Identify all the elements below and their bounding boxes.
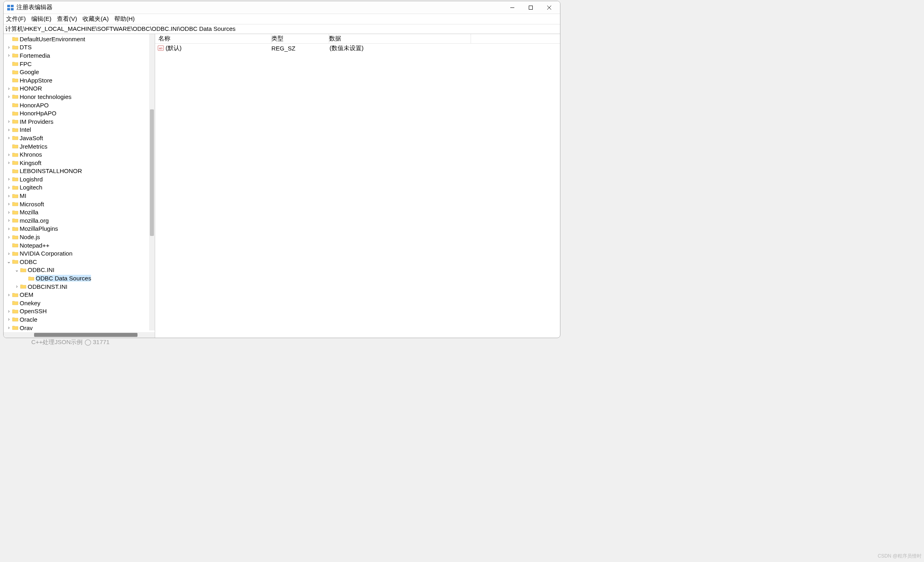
tree-item[interactable]: ›Node.js bbox=[4, 233, 155, 241]
tree-item[interactable]: ⌄ODBC bbox=[4, 258, 155, 266]
tree-item-label: Node.js bbox=[20, 234, 40, 240]
tree-item[interactable]: ›MI bbox=[4, 191, 155, 200]
expander-icon[interactable]: › bbox=[6, 325, 12, 330]
tree-item[interactable]: LEBOINSTALLHONOR bbox=[4, 167, 155, 175]
horizontal-scrollbar-thumb[interactable] bbox=[34, 333, 137, 337]
minimize-button[interactable] bbox=[503, 2, 522, 14]
expander-icon[interactable]: › bbox=[6, 176, 12, 182]
address-bar[interactable]: 计算机\HKEY_LOCAL_MACHINE\SOFTWARE\ODBC\ODB… bbox=[4, 24, 560, 34]
registry-tree[interactable]: DefaultUserEnvironment›DTS›FortemediaFPC… bbox=[4, 34, 155, 332]
address-text: 计算机\HKEY_LOCAL_MACHINE\SOFTWARE\ODBC\ODB… bbox=[5, 25, 236, 32]
tree-item[interactable]: Onekey bbox=[4, 299, 155, 307]
expander-icon[interactable]: › bbox=[6, 185, 12, 190]
menu-view[interactable]: 查看(V) bbox=[57, 15, 77, 23]
column-name[interactable]: 名称 bbox=[155, 34, 271, 43]
tree-item[interactable]: ›Logishrd bbox=[4, 175, 155, 183]
column-type[interactable]: 类型 bbox=[271, 34, 329, 43]
expander-icon[interactable]: › bbox=[6, 201, 12, 207]
expander-icon[interactable]: › bbox=[6, 52, 12, 58]
tree-item[interactable]: ›NVIDIA Corporation bbox=[4, 249, 155, 258]
values-rows[interactable]: ab(默认)REG_SZ(数值未设置) bbox=[155, 44, 560, 52]
tree-item[interactable]: ›Kingsoft bbox=[4, 159, 155, 167]
expander-icon[interactable]: › bbox=[6, 127, 12, 133]
tree-item-label: Khronos bbox=[20, 151, 42, 158]
expander-icon[interactable]: › bbox=[6, 193, 12, 199]
tree-item[interactable]: JreMetrics bbox=[4, 142, 155, 151]
folder-icon bbox=[12, 36, 18, 42]
expander-icon[interactable]: › bbox=[6, 152, 12, 157]
folder-icon bbox=[12, 102, 18, 108]
value-data: (数值未设置) bbox=[330, 44, 560, 52]
folder-icon bbox=[12, 86, 18, 91]
expander-icon[interactable]: › bbox=[6, 44, 12, 50]
menu-file[interactable]: 文件(F) bbox=[6, 15, 26, 23]
column-data[interactable]: 数据 bbox=[329, 34, 560, 43]
tree-item[interactable]: ›OpenSSH bbox=[4, 307, 155, 316]
vertical-scrollbar[interactable] bbox=[149, 34, 155, 330]
tree-item[interactable]: DefaultUserEnvironment bbox=[4, 35, 155, 43]
registry-editor-window: 注册表编辑器 文件(F) 编辑(E) 查看(V) 收藏夹(A) 帮助(H) 计算… bbox=[3, 1, 560, 338]
tree-item-label: Google bbox=[20, 68, 39, 75]
expander-icon[interactable]: › bbox=[6, 86, 12, 91]
folder-icon bbox=[12, 176, 18, 182]
tree-item[interactable]: ›Khronos bbox=[4, 150, 155, 159]
tree-item[interactable]: Notepad++ bbox=[4, 241, 155, 250]
expander-icon[interactable]: › bbox=[6, 292, 12, 298]
tree-item[interactable]: Google bbox=[4, 68, 155, 76]
menu-help[interactable]: 帮助(H) bbox=[114, 15, 135, 23]
menu-edit[interactable]: 编辑(E) bbox=[31, 15, 51, 23]
tree-item[interactable]: ›DTS bbox=[4, 43, 155, 52]
tree-item[interactable]: ODBC Data Sources bbox=[4, 274, 155, 282]
menu-favorites[interactable]: 收藏夹(A) bbox=[83, 15, 109, 23]
tree-item[interactable]: ›Logitech bbox=[4, 183, 155, 192]
folder-icon bbox=[12, 77, 18, 83]
tree-item[interactable]: FPC bbox=[4, 60, 155, 68]
tree-item[interactable]: ›Orav bbox=[4, 324, 155, 332]
tree-item[interactable]: ›JavaSoft bbox=[4, 134, 155, 142]
tree-item[interactable]: HonorAPO bbox=[4, 101, 155, 109]
tree-item[interactable]: ›MozillaPlugins bbox=[4, 225, 155, 233]
horizontal-scrollbar[interactable] bbox=[4, 332, 155, 338]
expander-icon[interactable]: ⌄ bbox=[6, 259, 12, 264]
folder-icon bbox=[20, 284, 26, 289]
tree-item[interactable]: ⌄ODBC.INI bbox=[4, 266, 155, 274]
folder-icon bbox=[20, 267, 26, 273]
tree-item[interactable]: ›Mozilla bbox=[4, 208, 155, 216]
tree-item[interactable]: ›Fortemedia bbox=[4, 51, 155, 60]
expander-icon[interactable]: › bbox=[6, 251, 12, 256]
expander-icon[interactable]: › bbox=[6, 234, 12, 240]
tree-item[interactable]: ›Honor technologies bbox=[4, 93, 155, 101]
expander-icon[interactable]: › bbox=[6, 160, 12, 165]
tree-item-label: MI bbox=[20, 192, 26, 199]
values-pane: 名称 类型 数据 ab(默认)REG_SZ(数值未设置) bbox=[155, 34, 560, 338]
values-header: 名称 类型 数据 bbox=[155, 34, 560, 44]
tree-item[interactable]: ›Oracle bbox=[4, 315, 155, 324]
value-row[interactable]: ab(默认)REG_SZ(数值未设置) bbox=[155, 44, 560, 52]
expander-icon[interactable]: › bbox=[6, 119, 12, 124]
body: DefaultUserEnvironment›DTS›FortemediaFPC… bbox=[4, 34, 560, 338]
tree-item[interactable]: ›Intel bbox=[4, 126, 155, 134]
tree-item[interactable]: ›HONOR bbox=[4, 85, 155, 93]
expander-icon[interactable]: › bbox=[6, 218, 12, 223]
tree-item[interactable]: ›Microsoft bbox=[4, 200, 155, 208]
vertical-scrollbar-thumb[interactable] bbox=[150, 109, 154, 236]
expander-icon[interactable]: ⌄ bbox=[14, 267, 20, 273]
tree-item-label: ODBC.INI bbox=[28, 266, 55, 273]
tree-item[interactable]: ›IM Providers bbox=[4, 117, 155, 126]
tree-item[interactable]: HonorHpAPO bbox=[4, 109, 155, 117]
expander-icon[interactable]: › bbox=[6, 209, 12, 215]
tree-item[interactable]: HnAppStore bbox=[4, 76, 155, 85]
titlebar[interactable]: 注册表编辑器 bbox=[4, 1, 560, 14]
expander-icon[interactable]: › bbox=[14, 284, 20, 289]
tree-item[interactable]: ›OEM bbox=[4, 290, 155, 299]
expander-icon[interactable]: › bbox=[6, 316, 12, 322]
folder-icon bbox=[12, 94, 18, 99]
maximize-button[interactable] bbox=[522, 2, 540, 14]
tree-item[interactable]: ›ODBCINST.INI bbox=[4, 282, 155, 291]
close-button[interactable] bbox=[540, 2, 558, 14]
expander-icon[interactable]: › bbox=[6, 135, 12, 141]
expander-icon[interactable]: › bbox=[6, 308, 12, 314]
tree-item[interactable]: ›mozilla.org bbox=[4, 216, 155, 225]
expander-icon[interactable]: › bbox=[6, 94, 12, 99]
expander-icon[interactable]: › bbox=[6, 226, 12, 232]
